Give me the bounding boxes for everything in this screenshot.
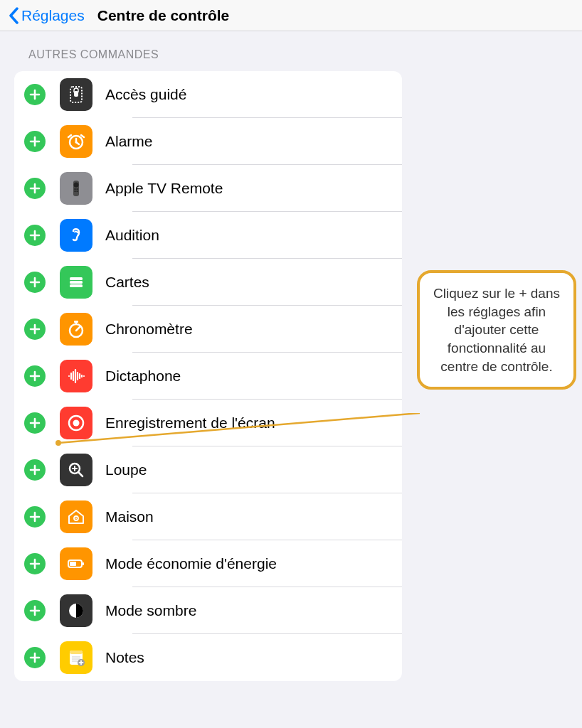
svg-rect-10 (70, 277, 83, 280)
control-label: Dictaphone (105, 368, 181, 385)
control-row-notes: Notes (14, 634, 402, 681)
control-row-chronometre: Chronomètre (14, 306, 402, 353)
plus-icon (29, 323, 41, 335)
notes-icon (60, 641, 92, 674)
add-button-apple-tv-remote[interactable] (24, 178, 46, 199)
callout-tooltip: Cliquez sur le + dans les réglages afin … (417, 270, 576, 390)
control-label: Chronomètre (105, 321, 193, 338)
control-row-apple-tv-remote: Apple TV Remote (14, 165, 402, 212)
battery-icon (60, 547, 92, 580)
svg-rect-8 (75, 191, 76, 192)
control-label: Mode économie d'énergie (105, 555, 277, 572)
plus-icon (29, 89, 41, 100)
control-label: Enregistrement de l'écran (105, 414, 275, 432)
more-controls-panel: Accès guidéAlarmeApple TV RemoteAudition… (14, 71, 402, 681)
add-button-mode-economie[interactable] (24, 553, 46, 574)
control-label: Apple TV Remote (105, 180, 223, 197)
home-icon (60, 500, 92, 533)
control-label: Notes (105, 649, 144, 666)
control-row-loupe: Loupe (14, 446, 402, 493)
control-row-acces-guide: Accès guidé (14, 71, 402, 118)
control-row-dictaphone: Dictaphone (14, 353, 402, 400)
svg-rect-7 (77, 188, 78, 190)
add-button-cartes[interactable] (24, 272, 46, 293)
control-label: Maison (105, 508, 154, 525)
wallet-icon (60, 266, 92, 299)
plus-icon (29, 605, 41, 616)
plus-icon (29, 652, 41, 663)
waveform-icon (60, 360, 92, 392)
svg-rect-22 (83, 562, 84, 565)
plus-icon (29, 277, 41, 288)
svg-rect-12 (70, 284, 83, 287)
magnifier-icon (60, 454, 92, 486)
control-row-maison: Maison (14, 493, 402, 540)
add-button-audition[interactable] (24, 225, 46, 246)
record-icon (60, 407, 92, 439)
page-title: Centre de contrôle (97, 7, 230, 24)
svg-point-19 (75, 518, 77, 519)
control-row-alarme: Alarme (14, 118, 402, 165)
plus-icon (29, 511, 41, 523)
remote-icon (60, 172, 92, 205)
svg-rect-11 (70, 281, 83, 284)
control-label: Accès guidé (105, 86, 186, 103)
add-button-enregistrement-ecran[interactable] (24, 412, 46, 434)
add-button-alarme[interactable] (24, 131, 46, 152)
back-button[interactable]: Réglages (9, 7, 85, 24)
control-label: Audition (105, 227, 159, 244)
plus-icon (29, 183, 41, 194)
control-label: Alarme (105, 133, 153, 150)
control-label: Mode sombre (105, 602, 196, 619)
plus-icon (29, 370, 41, 382)
add-button-dictaphone[interactable] (24, 365, 46, 387)
add-button-loupe[interactable] (24, 459, 46, 481)
svg-rect-14 (74, 321, 78, 323)
svg-rect-1 (74, 91, 78, 97)
chevron-left-icon (9, 7, 18, 24)
stopwatch-icon (60, 313, 92, 346)
control-label: Cartes (105, 274, 149, 291)
plus-icon (29, 558, 41, 569)
control-label: Loupe (105, 461, 147, 478)
ear-icon (60, 219, 92, 252)
svg-point-3 (75, 141, 78, 144)
svg-rect-25 (70, 651, 83, 654)
control-row-mode-economie: Mode économie d'énergie (14, 540, 402, 587)
plus-icon (29, 464, 41, 476)
svg-point-5 (74, 183, 79, 188)
add-button-mode-sombre[interactable] (24, 600, 46, 621)
svg-rect-6 (75, 188, 76, 190)
section-header: AUTRES COMMANDES (0, 31, 582, 67)
svg-rect-21 (70, 562, 76, 566)
control-row-cartes: Cartes (14, 259, 402, 306)
alarm-icon (60, 125, 92, 158)
control-row-enregistrement-ecran: Enregistrement de l'écran (14, 400, 402, 446)
add-button-chronometre[interactable] (24, 318, 46, 340)
plus-icon (29, 136, 41, 147)
back-label: Réglages (21, 7, 85, 24)
darkmode-icon (60, 594, 92, 627)
plus-icon (29, 230, 41, 241)
add-button-maison[interactable] (24, 506, 46, 528)
add-button-acces-guide[interactable] (24, 84, 46, 105)
control-row-audition: Audition (14, 212, 402, 259)
plus-icon (29, 417, 41, 429)
guided-access-icon (60, 78, 92, 111)
svg-point-16 (73, 420, 80, 427)
svg-rect-9 (77, 191, 78, 192)
nav-header: Réglages Centre de contrôle (0, 0, 582, 31)
add-button-notes[interactable] (24, 647, 46, 668)
control-row-mode-sombre: Mode sombre (14, 587, 402, 634)
